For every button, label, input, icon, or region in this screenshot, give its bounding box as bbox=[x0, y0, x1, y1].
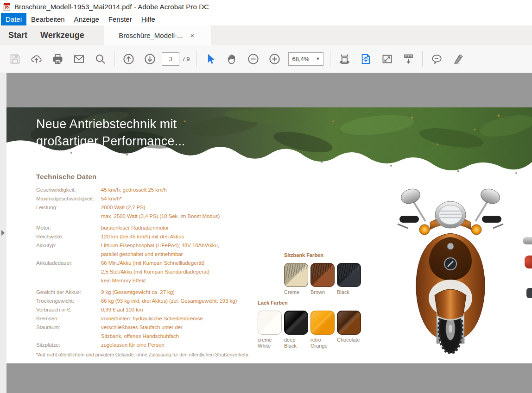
zoom-out-icon bbox=[247, 53, 260, 65]
tech-value-line: 2000 Watt (2,7 PS) bbox=[101, 203, 220, 212]
menu-anzeige[interactable]: Anzeige bbox=[70, 13, 104, 25]
select-tool-button[interactable] bbox=[201, 50, 220, 68]
color-swatch-item: Creme bbox=[284, 263, 308, 295]
color-swatch bbox=[310, 311, 335, 335]
tech-value-line: 45 km/h; gedrosselt 25 km/h bbox=[101, 186, 167, 194]
color-swatch-label: Black bbox=[337, 289, 361, 295]
document-tab[interactable]: Broschüre_Modell-... × bbox=[104, 25, 211, 45]
tech-data-table: Geschwindigkeit:45 km/h; gedrosselt 25 k… bbox=[36, 186, 259, 349]
print-icon bbox=[51, 53, 64, 65]
tech-row: Stauraum:verschließbares Staufach unter … bbox=[36, 323, 259, 341]
tech-row-value: 9 kg (Gesamtgewicht ca. 27 kg) bbox=[101, 288, 175, 297]
tech-row-label: Sitzplätze: bbox=[36, 341, 101, 349]
title-bar: Broschüre_Modell-1953_Mai2014.pdf - Adob… bbox=[0, 0, 532, 13]
print-button[interactable] bbox=[48, 50, 67, 68]
next-page-button[interactable] bbox=[140, 50, 159, 68]
tech-value-line: Lithium-Eisenphosphat (LiFePo4); 48V 18A… bbox=[101, 241, 219, 250]
save-button[interactable] bbox=[6, 50, 24, 68]
menu-hilfe[interactable]: Hilfe bbox=[137, 13, 160, 25]
color-swatch bbox=[258, 311, 282, 335]
tech-row: Verbrauch in €:0,99 € auf 100 km bbox=[36, 306, 259, 314]
paint-colors-section: Lack Farben cremeWhitedeepBlackretroOran… bbox=[258, 300, 363, 349]
tab-werkzeuge[interactable]: Werkzeuge bbox=[34, 25, 91, 45]
menu-datei[interactable]: Datei bbox=[1, 13, 26, 25]
tech-value-line: 120 km (bei 45 km/h) mit drei Akkus bbox=[101, 232, 184, 241]
zoom-out-button[interactable] bbox=[244, 50, 262, 68]
fit-width-button[interactable] bbox=[335, 50, 354, 68]
tech-value-line: max. 2500 Watt (3,4 PS) (10 Sek. im Boos… bbox=[101, 212, 220, 221]
color-swatch-item: retroOrange bbox=[310, 311, 335, 349]
tech-footnote: *Auf nicht öffentlichem und privatem Gel… bbox=[36, 352, 250, 357]
tech-value-line: 54 km/h* bbox=[101, 194, 122, 203]
tech-row: Reichweite:120 km (bei 45 km/h) mit drei… bbox=[36, 232, 259, 241]
hide-toolbar-icon bbox=[402, 53, 415, 65]
acrobat-window: Broschüre_Modell-1953_Mai2014.pdf - Adob… bbox=[0, 0, 532, 393]
tech-row-value: 120 km (bei 45 km/h) mit drei Akkus bbox=[101, 232, 184, 241]
email-icon bbox=[73, 53, 85, 65]
highlight-button[interactable] bbox=[449, 50, 467, 68]
color-swatch bbox=[310, 263, 335, 287]
page-down-icon bbox=[144, 53, 156, 65]
tech-value-line: 0,99 € auf 100 km bbox=[101, 306, 143, 314]
previous-page-button[interactable] bbox=[119, 50, 138, 68]
tech-value-line: Sitzbank, offenes Handschuhfach bbox=[101, 332, 183, 341]
toolbar-separator bbox=[330, 51, 330, 67]
pdf-page[interactable]: Neue Antriebstechnik mitgroßartiger Perf… bbox=[6, 107, 532, 363]
color-swatch-label: deepBlack bbox=[284, 337, 308, 349]
tech-row-label: Bremsen: bbox=[36, 314, 101, 323]
tech-row-value: Lithium-Eisenphosphat (LiFePo4); 48V 18A… bbox=[101, 241, 219, 259]
color-swatch-label: retroOrange bbox=[310, 337, 335, 349]
adjacent-scooter-fragment bbox=[526, 288, 532, 298]
toolbar-separator bbox=[196, 51, 196, 67]
zoom-level-value: 68,4% bbox=[292, 56, 309, 62]
tech-row-label: Akkuladedauer: bbox=[36, 259, 101, 285]
hide-toolbar-button[interactable] bbox=[399, 50, 418, 68]
search-icon bbox=[94, 53, 107, 65]
page-up-icon bbox=[122, 53, 135, 65]
page-number-input[interactable] bbox=[162, 52, 179, 66]
comment-button[interactable] bbox=[427, 50, 446, 68]
tech-value-line: 2,5 Std./Akku (mit Kumpan Standardladege… bbox=[101, 268, 209, 276]
tech-row-label: Verbrauch in €: bbox=[36, 306, 101, 314]
save-icon bbox=[9, 53, 21, 65]
seat-colors-heading: Sitzbank Farben bbox=[284, 252, 363, 258]
tech-row-label: Maximalgeschwindigkeit: bbox=[36, 194, 101, 203]
menu-bearbeiten[interactable]: Bearbeiten bbox=[26, 13, 70, 25]
zoom-in-button[interactable] bbox=[265, 50, 284, 68]
color-swatch-item: deepBlack bbox=[284, 311, 308, 349]
fullscreen-icon bbox=[381, 53, 393, 65]
share-cloud-icon bbox=[30, 53, 43, 65]
hand-tool-button[interactable] bbox=[222, 50, 241, 68]
chevron-down-icon: ▼ bbox=[316, 56, 320, 61]
toolbar-separator bbox=[114, 51, 114, 67]
color-swatch-item: cremeWhite bbox=[258, 311, 282, 349]
tech-value-line: 66 Min./Akku (mit Kumpan Schnellladegerä… bbox=[101, 259, 209, 268]
comment-icon bbox=[431, 53, 443, 65]
tech-row-label: Geschwindigkeit: bbox=[36, 186, 101, 194]
share-cloud-button[interactable] bbox=[27, 50, 45, 68]
color-swatch bbox=[284, 311, 308, 335]
document-area: Neue Antriebstechnik mitgroßartiger Perf… bbox=[0, 73, 532, 393]
tech-row: Akkutyp:Lithium-Eisenphosphat (LiFePo4);… bbox=[36, 241, 259, 259]
navigation-pane-collapsed[interactable] bbox=[0, 73, 6, 393]
tab-start[interactable]: Start bbox=[2, 25, 34, 45]
zoom-level-dropdown[interactable]: 68,4% ▼ bbox=[288, 52, 323, 66]
menu-fenster[interactable]: Fenster bbox=[104, 13, 137, 25]
adjacent-scooter-fragment bbox=[525, 256, 532, 268]
color-swatch-label: Brown bbox=[310, 289, 335, 295]
tech-value-line: 66 kg (93 kg inkl. drei Akkus) (zul. Ges… bbox=[101, 297, 237, 306]
tech-row-value: 66 Min./Akku (mit Kumpan Schnellladegerä… bbox=[101, 259, 209, 285]
tech-row-label: Gewicht der Akkus: bbox=[36, 288, 101, 297]
window-title: Broschüre_Modell-1953_Mai2014.pdf - Adob… bbox=[14, 3, 209, 11]
panel-expand-icon[interactable] bbox=[1, 230, 5, 236]
select-tool-icon bbox=[204, 53, 217, 65]
email-button[interactable] bbox=[70, 50, 88, 68]
close-icon[interactable]: × bbox=[189, 31, 196, 40]
fit-page-button[interactable] bbox=[356, 50, 375, 68]
fullscreen-button[interactable] bbox=[378, 50, 396, 68]
tech-row: Geschwindigkeit:45 km/h; gedrosselt 25 k… bbox=[36, 186, 259, 194]
tech-row-label: Reichweite: bbox=[36, 232, 101, 241]
tech-row-value: 45 km/h; gedrosselt 25 km/h bbox=[101, 186, 167, 194]
tech-value-line: parallel geschaltet und entnehmbar bbox=[101, 250, 219, 259]
search-button[interactable] bbox=[91, 50, 109, 68]
